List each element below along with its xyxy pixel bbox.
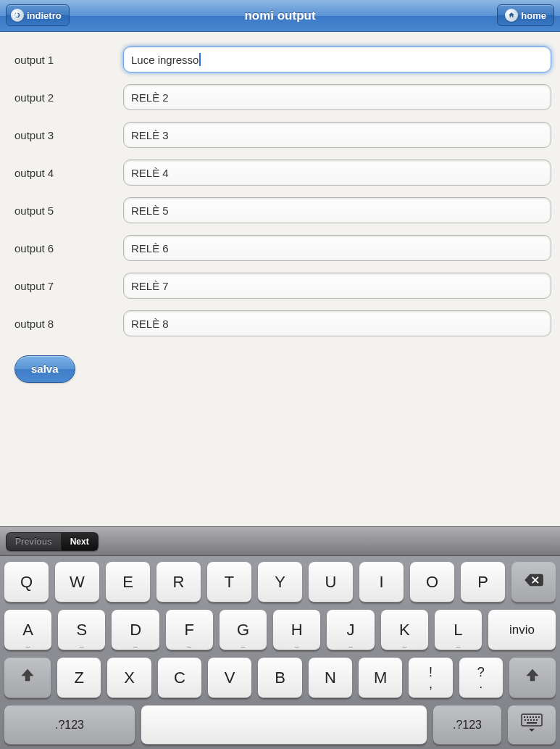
key-hide-keyboard[interactable] (508, 705, 556, 745)
key-k[interactable]: K_ (381, 610, 428, 650)
output-row-5: output 5 (7, 197, 553, 223)
key-g[interactable]: G_ (220, 610, 267, 650)
output-row-7: output 7 (7, 273, 553, 299)
keyboard-row-1: Q W E R T Y U I O P (4, 562, 556, 603)
svg-rect-7 (525, 719, 526, 721)
key-numbers-left[interactable]: .?123 (4, 705, 135, 745)
output-row-8: output 8 (7, 310, 553, 336)
svg-rect-5 (535, 716, 537, 718)
key-e[interactable]: E (106, 562, 150, 603)
keyboard-row-2: A_ S_ D_ F_ G_ H_ J_ K_ L_ invio (4, 610, 556, 650)
virtual-keyboard: Q W E R T Y U I O P A_ S_ D_ F_ G_ H_ J_… (0, 556, 560, 749)
key-d[interactable]: D_ (112, 610, 159, 650)
output-input-7[interactable] (123, 273, 551, 299)
output-label: output 6 (7, 242, 123, 255)
key-a[interactable]: A_ (4, 610, 51, 650)
svg-rect-4 (532, 716, 534, 718)
key-o[interactable]: O (410, 562, 454, 603)
key-numbers-right[interactable]: .?123 (433, 705, 501, 745)
key-comma[interactable]: ! , (409, 658, 452, 698)
svg-rect-11 (536, 719, 538, 721)
output-input-2[interactable] (123, 84, 551, 110)
svg-rect-2 (527, 716, 528, 718)
output-input-6[interactable] (123, 235, 551, 261)
key-period[interactable]: ? . (459, 658, 503, 698)
home-label: home (521, 10, 546, 21)
output-row-1: output 1 Luce ingresso (7, 46, 553, 73)
home-button[interactable]: home (497, 4, 554, 26)
save-button[interactable]: salva (14, 355, 75, 383)
key-w[interactable]: W (55, 562, 99, 603)
key-n[interactable]: N (309, 658, 352, 698)
key-shift-left[interactable] (4, 658, 51, 698)
hide-keyboard-icon (520, 713, 543, 737)
key-z[interactable]: Z (57, 658, 101, 698)
key-v[interactable]: V (208, 658, 251, 698)
svg-rect-10 (533, 719, 535, 721)
output-input-4[interactable] (123, 160, 551, 186)
key-c[interactable]: C (158, 658, 201, 698)
navbar: indietro nomi output home (0, 0, 560, 32)
output-label: output 4 (7, 167, 123, 179)
output-row-4: output 4 (7, 160, 553, 186)
output-label: output 2 (7, 91, 123, 104)
output-input-5[interactable] (123, 197, 551, 223)
output-row-3: output 3 (7, 122, 553, 148)
key-shift-right[interactable] (509, 658, 556, 698)
key-r[interactable]: R (156, 562, 201, 603)
prev-next-segment: Previous Next (6, 532, 99, 551)
svg-rect-6 (538, 716, 540, 718)
back-button[interactable]: indietro (6, 4, 70, 26)
key-h[interactable]: H_ (273, 610, 320, 650)
key-y[interactable]: Y (258, 562, 302, 603)
key-u[interactable]: U (309, 562, 353, 603)
output-label: output 8 (7, 318, 123, 330)
keyboard-row-3: Z X C V B N M ! , ? . (4, 658, 556, 698)
svg-rect-8 (527, 719, 529, 721)
svg-rect-3 (530, 716, 531, 718)
output-input-1[interactable]: Luce ingresso (123, 46, 551, 73)
output-row-2: output 2 (7, 84, 553, 110)
output-label: output 1 (7, 54, 123, 66)
key-p[interactable]: P (461, 562, 505, 603)
back-label: indietro (27, 10, 62, 21)
key-m[interactable]: M (359, 658, 402, 698)
output-label: output 5 (7, 204, 123, 217)
svg-rect-1 (524, 716, 525, 718)
shift-icon (524, 667, 541, 689)
shift-icon (19, 667, 36, 689)
key-space[interactable] (141, 705, 427, 745)
key-q[interactable]: Q (4, 562, 49, 603)
backspace-icon (523, 572, 545, 592)
key-s[interactable]: S_ (58, 610, 105, 650)
svg-rect-9 (530, 719, 532, 721)
output-label: output 3 (7, 129, 123, 141)
keyboard-row-4: .?123 .?123 (4, 705, 556, 745)
page-title: nomi output (244, 9, 315, 23)
key-b[interactable]: B (258, 658, 301, 698)
output-row-6: output 6 (7, 235, 553, 261)
keyboard-area: Previous Next Q W E R T Y U I O P A_ S_ (0, 526, 560, 749)
key-enter[interactable]: invio (488, 610, 556, 650)
key-backspace[interactable] (511, 562, 556, 603)
svg-rect-12 (527, 722, 537, 724)
home-icon (505, 9, 518, 22)
form-assistant-bar: Previous Next (0, 527, 560, 556)
back-icon (11, 9, 24, 22)
key-f[interactable]: F_ (166, 610, 213, 650)
key-l[interactable]: L_ (435, 610, 482, 650)
content-area: output 1 Luce ingresso output 2 output 3… (0, 32, 560, 526)
key-x[interactable]: X (107, 658, 151, 698)
output-input-8[interactable] (123, 310, 551, 336)
next-button[interactable]: Next (62, 532, 99, 551)
key-j[interactable]: J_ (327, 610, 374, 650)
text-caret (199, 53, 201, 66)
previous-button[interactable]: Previous (6, 532, 62, 551)
key-t[interactable]: T (207, 562, 251, 603)
key-i[interactable]: I (359, 562, 404, 603)
output-label: output 7 (7, 280, 123, 292)
output-input-3[interactable] (123, 122, 551, 148)
